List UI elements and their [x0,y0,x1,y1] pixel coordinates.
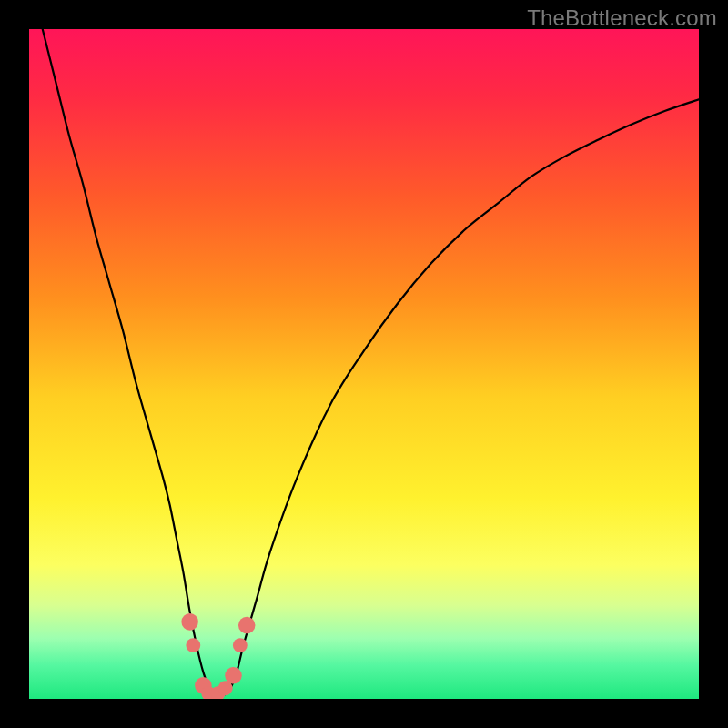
curve-marker [225,667,242,684]
curve-marker [238,617,256,634]
curve-marker [186,638,200,652]
curve-marker [181,613,198,631]
curve-marker [233,638,248,652]
chart-frame: TheBottleneck.com [0,0,728,728]
chart-svg [29,29,699,699]
plot-area [29,29,699,699]
watermark-text: TheBottleneck.com [527,5,717,31]
gradient-background [29,29,699,699]
